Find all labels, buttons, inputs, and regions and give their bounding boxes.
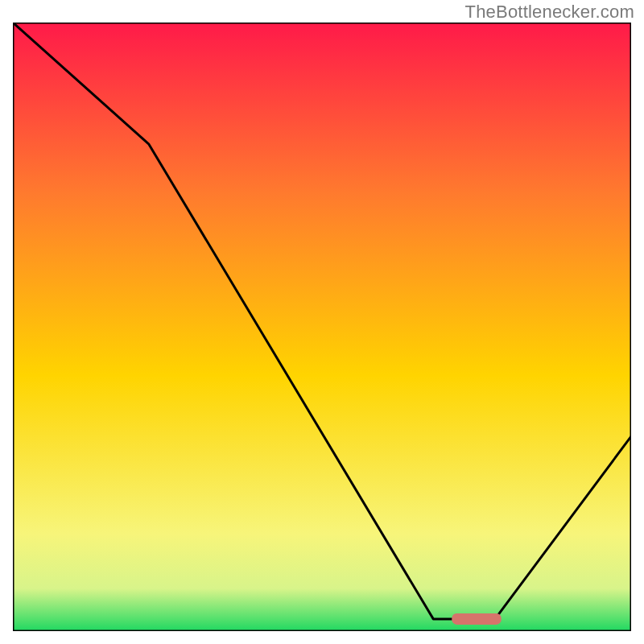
optimal-range-marker xyxy=(452,613,501,625)
watermark-text: TheBottlenecker.com xyxy=(465,2,634,23)
gradient-background xyxy=(13,23,631,631)
plot-svg xyxy=(13,23,631,631)
bottleneck-plot xyxy=(13,23,631,631)
